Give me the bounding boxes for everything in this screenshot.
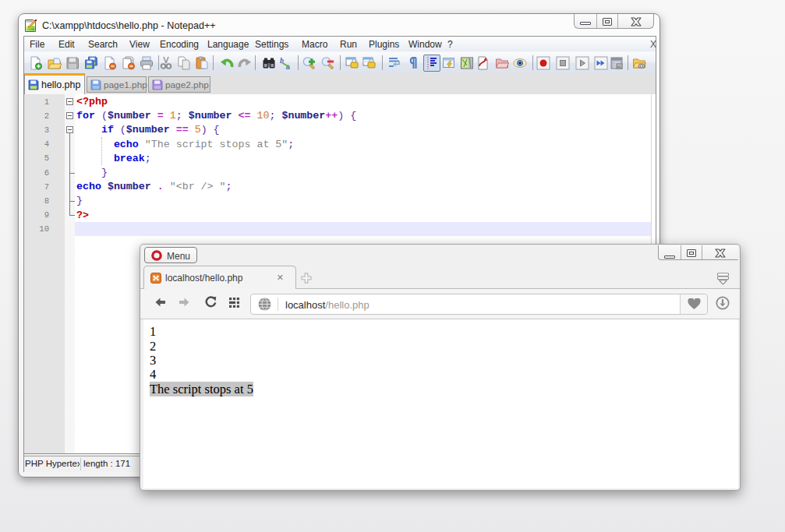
svg-text:uc: uc [617, 64, 622, 69]
